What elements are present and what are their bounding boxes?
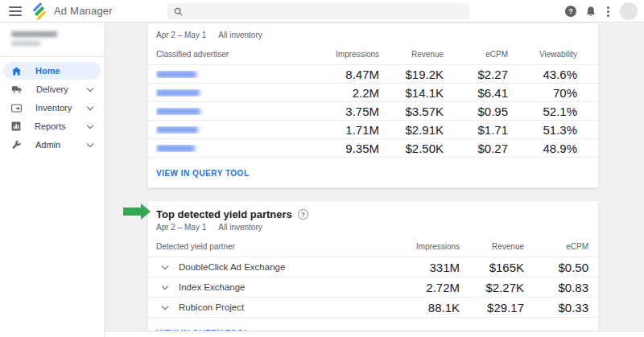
delivery-truck-icon bbox=[11, 84, 23, 94]
expand-chevron-icon[interactable] bbox=[162, 302, 168, 309]
card-title: Top detected yield partners bbox=[156, 208, 292, 220]
chevron-down-icon bbox=[87, 84, 93, 91]
viewability-value: 70% bbox=[508, 86, 577, 100]
ecpm-value: $0.27 bbox=[444, 142, 508, 155]
inventory-icon bbox=[11, 104, 22, 113]
advertiser-link-redacted[interactable] bbox=[156, 126, 198, 134]
search-box[interactable] bbox=[167, 3, 469, 19]
account-id-redacted bbox=[11, 41, 40, 46]
admin-wrench-icon bbox=[11, 140, 22, 150]
column-header: Detected yield partner bbox=[156, 242, 387, 251]
column-header: Impressions bbox=[387, 242, 460, 251]
viewability-value: 43.6% bbox=[508, 68, 577, 81]
table-row: 9.35M $2.50K $0.27 48.9% bbox=[148, 138, 598, 157]
ad-manager-logo-icon bbox=[31, 3, 47, 19]
viewability-value: 51.3% bbox=[508, 123, 577, 137]
column-header: Impressions bbox=[307, 50, 379, 59]
ecpm-value: $1.71 bbox=[444, 123, 508, 137]
sidebar-item-reports[interactable]: Reports bbox=[3, 117, 101, 135]
impressions-value: 9.35M bbox=[307, 142, 379, 155]
impressions-value: 2.2M bbox=[307, 86, 379, 100]
column-header: Revenue bbox=[379, 50, 444, 59]
more-options-icon[interactable] bbox=[605, 5, 611, 18]
sidebar-item-label: Delivery bbox=[36, 84, 88, 94]
search-input[interactable] bbox=[188, 6, 469, 16]
sidebar: Home Delivery Inventory bbox=[0, 23, 105, 337]
help-icon[interactable]: ? bbox=[565, 6, 576, 17]
chevron-down-icon bbox=[87, 140, 93, 146]
sidebar-item-home[interactable]: Home bbox=[3, 62, 101, 80]
table-row: Rubicon Project 88.1K $29.17 $0.33 bbox=[148, 297, 598, 317]
impressions-value: 3.75M bbox=[307, 105, 379, 118]
column-header: eCPM bbox=[524, 242, 588, 251]
revenue-value: $165K bbox=[460, 261, 524, 274]
sidebar-item-admin[interactable]: Admin bbox=[3, 136, 101, 154]
report-scope: Apr 2 – May 1 All inventory bbox=[148, 220, 598, 236]
menu-icon[interactable] bbox=[9, 6, 22, 16]
advertiser-link-redacted[interactable] bbox=[156, 89, 200, 97]
avatar[interactable] bbox=[620, 2, 638, 20]
sidebar-item-label: Admin bbox=[35, 140, 88, 150]
advertiser-link-redacted[interactable] bbox=[156, 71, 196, 78]
chevron-down-icon bbox=[87, 121, 93, 128]
inventory-filter: All inventory bbox=[218, 223, 262, 232]
view-in-query-tool-link[interactable]: VIEW IN QUERY TOOL bbox=[156, 169, 250, 178]
notifications-bell-icon[interactable] bbox=[585, 6, 597, 18]
impressions-value: 2.72M bbox=[387, 281, 460, 294]
app-title: Ad Manager bbox=[54, 5, 113, 17]
account-name-redacted bbox=[11, 31, 57, 37]
classified-advertisers-card: Apr 2 – May 1 All inventory Classified a… bbox=[147, 23, 599, 188]
sidebar-item-delivery[interactable]: Delivery bbox=[3, 80, 101, 98]
partner-name: DoubleClick Ad Exchange bbox=[179, 262, 285, 272]
partner-name: Rubicon Project bbox=[179, 302, 244, 312]
ecpm-value: $0.83 bbox=[524, 281, 588, 294]
sidebar-item-label: Reports bbox=[35, 121, 88, 131]
ecpm-value: $0.33 bbox=[524, 301, 588, 314]
revenue-value: $2.91K bbox=[379, 123, 444, 137]
table-row: 3.75M $3.57K $0.95 52.1% bbox=[148, 101, 598, 120]
card-footer: VIEW IN QUERY TOOL bbox=[148, 157, 598, 187]
viewability-value: 48.9% bbox=[508, 142, 577, 155]
column-header: eCPM bbox=[444, 50, 508, 59]
column-header: Classified advertiser bbox=[156, 50, 307, 59]
help-tooltip-icon[interactable]: ? bbox=[298, 209, 308, 220]
column-header: Viewability bbox=[508, 50, 577, 59]
yield-partners-card: Top detected yield partners ? Apr 2 – Ma… bbox=[147, 200, 599, 337]
partner-name: Index Exchange bbox=[179, 282, 245, 292]
advertiser-link-redacted[interactable] bbox=[156, 145, 195, 152]
table-row: 2.2M $14.1K $6.41 70% bbox=[148, 83, 598, 101]
account-info bbox=[0, 23, 104, 46]
impressions-value: 88.1K bbox=[387, 301, 460, 314]
expand-chevron-icon[interactable] bbox=[162, 282, 168, 289]
app-bar: Ad Manager ? bbox=[0, 0, 644, 23]
revenue-value: $3.57K bbox=[379, 105, 444, 118]
annotation-arrow-icon bbox=[123, 203, 151, 220]
table-row: 8.47M $19.2K $2.27 43.6% bbox=[148, 64, 598, 83]
impressions-value: 8.47M bbox=[307, 68, 379, 81]
revenue-value: $2.50K bbox=[379, 142, 444, 155]
report-scope: Apr 2 – May 1 All inventory bbox=[148, 23, 598, 43]
expand-chevron-icon[interactable] bbox=[162, 262, 168, 269]
ecpm-value: $0.50 bbox=[524, 261, 588, 274]
advertiser-link-redacted[interactable] bbox=[156, 108, 200, 115]
table-row: DoubleClick Ad Exchange 331M $165K $0.50 bbox=[148, 257, 598, 277]
home-icon bbox=[11, 66, 22, 76]
ecpm-value: $0.95 bbox=[444, 105, 508, 118]
revenue-value: $19.2K bbox=[379, 68, 444, 81]
column-header: Revenue bbox=[460, 242, 524, 251]
ecpm-value: $6.41 bbox=[444, 86, 508, 100]
ecpm-value: $2.27 bbox=[444, 68, 508, 81]
sidebar-item-inventory[interactable]: Inventory bbox=[3, 99, 101, 117]
inventory-filter: All inventory bbox=[218, 31, 262, 39]
date-range: Apr 2 – May 1 bbox=[156, 31, 206, 39]
impressions-value: 331M bbox=[387, 261, 460, 274]
sidebar-item-label: Home bbox=[35, 66, 93, 76]
next-section-edge bbox=[105, 331, 644, 337]
revenue-value: $29.17 bbox=[460, 301, 524, 314]
date-range: Apr 2 – May 1 bbox=[156, 223, 206, 232]
sidebar-item-label: Inventory bbox=[35, 103, 88, 113]
viewability-value: 52.1% bbox=[508, 105, 577, 118]
main-content: Apr 2 – May 1 All inventory Classified a… bbox=[105, 23, 644, 337]
reports-chart-icon bbox=[11, 121, 21, 131]
table-row: 1.71M $2.91K $1.71 51.3% bbox=[148, 120, 598, 138]
